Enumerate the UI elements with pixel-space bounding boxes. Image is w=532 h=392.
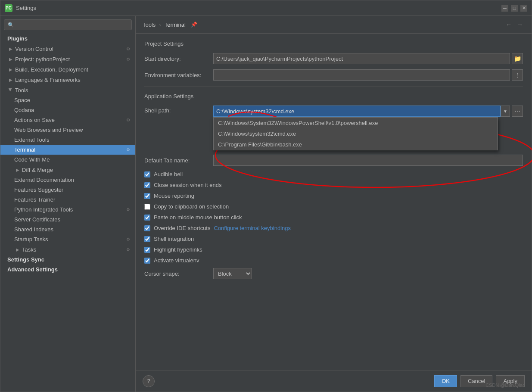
override-shortcuts-checkbox[interactable]: [144, 225, 150, 231]
sidebar-item-features-suggester[interactable]: Features Suggester: [0, 185, 135, 195]
sidebar-item-plugins[interactable]: Plugins: [0, 34, 135, 44]
mouse-reporting-row: Mouse reporting: [144, 193, 523, 199]
forward-button[interactable]: →: [515, 20, 525, 29]
close-button[interactable]: ✕: [520, 5, 527, 12]
shell-path-browse-button[interactable]: ⋯: [512, 106, 523, 117]
sidebar-item-label: Terminal: [14, 146, 35, 153]
override-shortcuts-row: Override IDE shortcuts Configure termina…: [144, 225, 523, 231]
watermark: CSDN @Dan.Qiao: [485, 383, 525, 388]
expand-arrow-icon: ▶: [7, 56, 14, 62]
sidebar-item-label: Settings Sync: [7, 256, 44, 263]
audible-bell-checkbox[interactable]: [144, 171, 150, 177]
sidebar-item-qodana[interactable]: Qodana: [0, 105, 135, 115]
override-shortcuts-label: Override IDE shortcuts: [154, 225, 211, 231]
app-icon: PC: [5, 4, 12, 12]
sidebar-item-languages[interactable]: ▶ Languages & Frameworks: [0, 75, 135, 85]
default-tab-label: Default Tab name:: [144, 157, 213, 164]
sidebar-item-web-browsers[interactable]: Web Browsers and Preview: [0, 125, 135, 135]
shell-path-input[interactable]: [213, 106, 501, 117]
panel-header: Tools › Terminal 📌 ← →: [136, 16, 532, 34]
sidebar-item-external-tools[interactable]: External Tools: [0, 135, 135, 145]
activate-virtualenv-row: Activate virtualenv: [144, 257, 523, 264]
sidebar-item-label: Actions on Save: [14, 117, 55, 123]
sidebar-item-build[interactable]: ▶ Build, Execution, Deployment: [0, 64, 135, 75]
app-settings-title: Application Settings: [144, 93, 523, 100]
close-session-checkbox[interactable]: [144, 182, 150, 188]
shell-path-dropdown-menu: C:\Windows\System32\WindowsPowerShell\v1…: [213, 117, 498, 150]
shell-integration-checkbox[interactable]: [144, 236, 150, 242]
ok-button[interactable]: OK: [434, 375, 457, 387]
close-session-row: Close session when it ends: [144, 182, 523, 188]
pin-icon: 📌: [191, 22, 197, 28]
search-box[interactable]: 🔍: [4, 19, 132, 30]
sidebar-item-label: Tools: [15, 87, 28, 93]
sidebar-item-external-docs[interactable]: External Documentation: [0, 175, 135, 185]
sidebar-item-label: Advanced Settings: [7, 266, 58, 273]
sidebar-item-terminal[interactable]: Terminal ⚙: [0, 145, 135, 155]
env-variables-browse-button[interactable]: ⋮: [512, 69, 523, 81]
sidebar-item-label: Features Suggester: [14, 187, 63, 193]
default-tab-input[interactable]: [213, 155, 523, 166]
sidebar-item-label: Qodana: [14, 107, 34, 113]
bottom-bar: ? OK Cancel Apply: [136, 370, 532, 392]
sidebar-item-code-with-me[interactable]: Code With Me: [0, 155, 135, 165]
configure-keybindings-link[interactable]: Configure terminal keybindings: [214, 225, 291, 231]
shell-path-dropdown-button[interactable]: ▼: [501, 106, 510, 117]
activate-virtualenv-label: Activate virtualenv: [154, 257, 199, 264]
env-variables-input[interactable]: [213, 69, 510, 81]
sidebar-item-label: Project: pythonProject: [15, 56, 70, 62]
sidebar-item-label: External Documentation: [14, 177, 74, 183]
highlight-hyperlinks-row: Highlight hyperlinks: [144, 246, 523, 253]
activate-virtualenv-checkbox[interactable]: [144, 258, 150, 264]
minimize-button[interactable]: ─: [501, 5, 508, 12]
env-variables-field: ⋮: [213, 69, 523, 81]
start-directory-browse-button[interactable]: 📁: [512, 53, 523, 64]
highlight-hyperlinks-checkbox[interactable]: [144, 247, 150, 253]
audible-bell-label: Audible bell: [154, 171, 183, 177]
settings-icon: ⚙: [126, 57, 130, 62]
sidebar-item-actions-on-save[interactable]: Actions on Save ⚙: [0, 115, 135, 125]
settings-icon: ⚙: [126, 147, 130, 152]
start-directory-input[interactable]: [213, 53, 510, 64]
sidebar-item-label: Version Control: [15, 46, 53, 52]
paste-middle-checkbox[interactable]: [144, 215, 150, 221]
start-directory-row: Start directory: 📁: [144, 53, 523, 64]
dropdown-option-powershell[interactable]: C:\Windows\System32\WindowsPowerShell\v1…: [214, 118, 498, 128]
sidebar-item-space[interactable]: Space: [0, 95, 135, 105]
sidebar-item-tools[interactable]: ▶ Tools: [0, 85, 135, 95]
highlight-hyperlinks-label: Highlight hyperlinks: [154, 246, 202, 253]
main-content: 🔍 Plugins ▶ Version Control ⚙ ▶ Project:…: [0, 16, 532, 392]
sidebar-item-startup-tasks[interactable]: Startup Tasks ⚙: [0, 234, 135, 244]
sidebar-item-tasks[interactable]: ▶ Tasks ⚙: [0, 244, 135, 255]
sidebar-item-label: Build, Execution, Deployment: [15, 66, 88, 73]
sidebar-item-features-trainer[interactable]: Features Trainer: [0, 195, 135, 205]
dropdown-option-cmd[interactable]: C:\Windows\system32\cmd.exe: [214, 128, 498, 139]
sidebar-item-settings-sync[interactable]: Settings Sync: [0, 255, 135, 264]
breadcrumb-current: Terminal: [165, 22, 186, 28]
shell-select-wrapper: ▼ C:\Windows\System32\WindowsPowerShell\…: [213, 106, 510, 117]
sidebar-item-version-control[interactable]: ▶ Version Control ⚙: [0, 44, 135, 54]
sidebar-item-python-integrated-tools[interactable]: Python Integrated Tools ⚙: [0, 205, 135, 215]
expand-arrow-icon: ▶: [14, 246, 21, 253]
project-settings-title: Project Settings: [144, 40, 523, 47]
sidebar-item-label: Python Integrated Tools: [14, 206, 73, 213]
title-bar: PC Settings ─ □ ✕: [0, 0, 532, 16]
sidebar-item-label: Server Certificates: [14, 216, 60, 223]
sidebar-item-advanced-settings[interactable]: Advanced Settings: [0, 264, 135, 274]
mouse-reporting-checkbox[interactable]: [144, 193, 150, 199]
search-input[interactable]: [17, 22, 128, 28]
maximize-button[interactable]: □: [511, 5, 518, 12]
sidebar-item-diff-merge[interactable]: ▶ Diff & Merge: [0, 165, 135, 175]
divider: [144, 87, 523, 87]
back-button[interactable]: ←: [504, 20, 513, 29]
paste-middle-row: Paste on middle mouse button click: [144, 214, 523, 221]
sidebar-item-shared-indexes[interactable]: Shared Indexes: [0, 224, 135, 234]
cursor-shape-select[interactable]: Block Underline Beam: [213, 268, 252, 279]
sidebar-item-project[interactable]: ▶ Project: pythonProject ⚙: [0, 54, 135, 64]
help-button[interactable]: ?: [143, 375, 155, 387]
dropdown-option-bash[interactable]: C:\Program Files\Git\bin\bash.exe: [214, 139, 498, 150]
cursor-shape-row: Cursor shape: Block Underline Beam: [144, 268, 523, 279]
sidebar-item-label: Diff & Merge: [22, 167, 53, 173]
copy-clipboard-checkbox[interactable]: [144, 204, 150, 210]
sidebar-item-server-certificates[interactable]: Server Certificates: [0, 215, 135, 224]
